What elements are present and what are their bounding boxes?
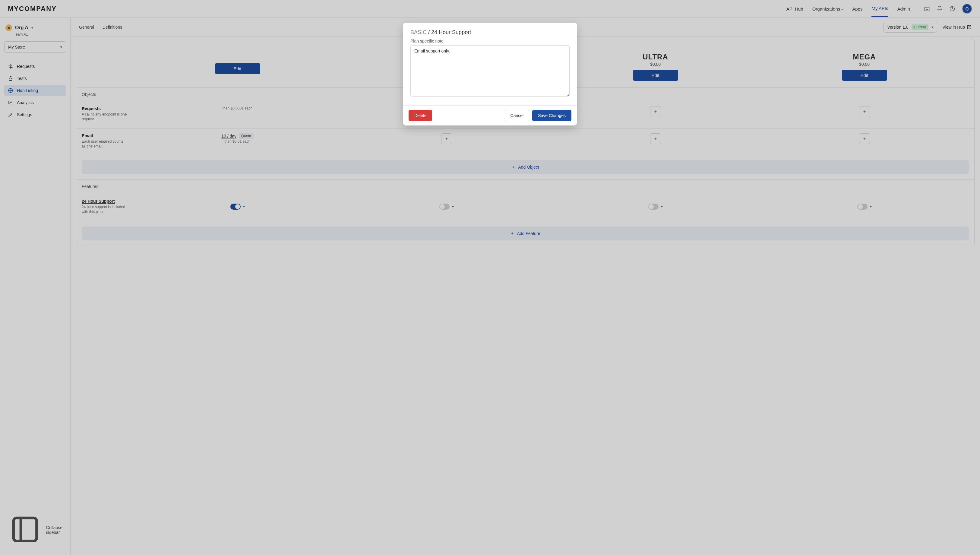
save-changes-button[interactable]: Save Changes bbox=[532, 110, 572, 121]
modal-footer: Delete Cancel Save Changes bbox=[403, 105, 577, 125]
modal-feature-name: 24 Hour Support bbox=[431, 29, 471, 35]
modal-scrim[interactable]: BASIC / 24 Hour Support Plan specific no… bbox=[0, 0, 980, 555]
delete-button[interactable]: Delete bbox=[408, 110, 432, 121]
modal-title: BASIC / 24 Hour Support bbox=[410, 29, 570, 35]
modal-subtitle: Plan specific note bbox=[410, 38, 570, 43]
modal-slash: / bbox=[428, 29, 431, 35]
plan-note-modal: BASIC / 24 Hour Support Plan specific no… bbox=[403, 22, 577, 125]
cancel-button[interactable]: Cancel bbox=[505, 110, 530, 121]
modal-plan-slug: BASIC bbox=[410, 29, 427, 35]
plan-note-textarea[interactable] bbox=[410, 45, 570, 96]
